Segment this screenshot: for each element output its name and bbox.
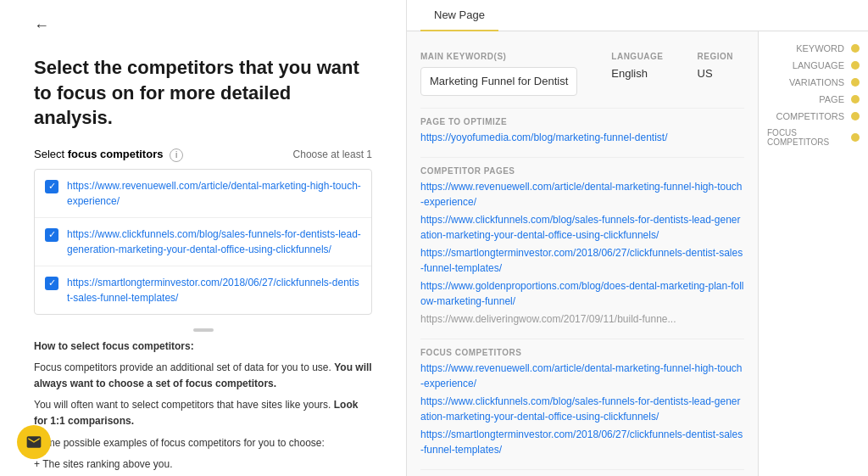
competitor-page-2[interactable]: https://www.clickfunnels.com/blog/sales-… [420,212,744,243]
divider-4 [420,469,744,470]
top-fields-row: MAIN KEYWORD(S) Marketing Funnel for Den… [420,43,744,96]
sidebar-nav: KEYWORD LANGUAGE VARIATIONS PAGE COMPETI… [758,31,868,476]
focus-competitor-2[interactable]: https://www.clickfunnels.com/blog/sales-… [420,394,744,424]
left-panel: ← Select the competitors that you want t… [0,0,407,476]
nav-dot-page [851,95,860,104]
competitor-url-3[interactable]: https://smartlongterminvestor.com/2018/0… [67,275,361,305]
language-col: LANGUAGE English [611,43,663,96]
how-to-title: How to select focus competitors: [34,339,372,355]
nav-dot-variations [851,78,860,87]
main-keywords-col: MAIN KEYWORD(S) Marketing Funnel for Den… [420,43,577,96]
scroll-indicator [193,328,214,332]
competitor-pages-label: COMPETITOR PAGES [420,166,744,176]
nav-item-keyword[interactable]: KEYWORD [767,43,860,53]
select-label: Select focus competitors i [34,148,183,162]
focus-competitors-label: FOCUS COMPETITORS [420,348,744,357]
language-label: LANGUAGE [611,52,663,61]
competitor-checkbox-3[interactable] [45,277,58,290]
nav-dot-focus-competitors [851,133,860,142]
nav-item-language[interactable]: LANGUAGE [767,60,860,70]
competitor-checkbox-1[interactable] [45,180,58,193]
competitor-item-3: https://smartlongterminvestor.com/2018/0… [35,266,371,314]
nav-item-competitors[interactable]: COMPETITORS [767,111,860,121]
competitor-page-1[interactable]: https://www.revenuewell.com/article/dent… [420,179,744,210]
divider-3 [420,339,744,339]
how-to-para2: You will often want to select competitor… [34,397,372,429]
competitor-pages-group: COMPETITOR PAGES https://www.revenuewell… [420,166,744,327]
page-to-optimize-label: PAGE TO OPTIMIZE [420,117,744,126]
nav-item-focus-competitors[interactable]: FOCUS COMPETITORS [767,128,860,147]
competitor-page-4[interactable]: https://www.goldenproportions.com/blog/d… [420,278,744,309]
competitor-checkbox-2[interactable] [45,228,58,242]
competitor-page-5[interactable]: https://www.deliveringwow.com/2017/09/11… [420,311,744,327]
region-label: REGION [698,52,733,61]
nav-dot-competitors [851,112,860,120]
tab-bar: New Page [407,0,868,31]
page-to-optimize-url[interactable]: https://yoyofumedia.com/blog/marketing-f… [420,130,744,145]
nav-dot-language [851,61,860,70]
region-value: US [698,67,733,80]
new-page-tab[interactable]: New Page [420,0,498,31]
main-keywords-value: Marketing Funnel for Dentist [420,67,577,96]
choose-hint: Choose at least 1 [293,148,372,160]
competitors-list: https://www.revenuewell.com/article/dent… [34,169,372,315]
bullet-1: + The sites ranking above you. [34,456,372,473]
back-button[interactable]: ← [34,17,49,35]
page-to-optimize-group: PAGE TO OPTIMIZE https://yoyofumedia.com… [420,117,744,145]
email-icon [25,434,42,451]
focus-competitor-3[interactable]: https://smartlongterminvestor.com/2018/0… [420,427,744,457]
main-keywords-label: MAIN KEYWORD(S) [420,52,577,61]
scroll-hint [34,328,372,332]
how-to-para3: Some possible examples of focus competit… [34,435,372,451]
focus-competitors-group: FOCUS COMPETITORS https://www.revenuewel… [420,348,744,457]
nav-item-variations[interactable]: VARIATIONS [767,77,860,87]
divider-2 [420,157,744,158]
competitor-item-2: https://www.clickfunnels.com/blog/sales-… [35,218,371,266]
right-panel: New Page MAIN KEYWORD(S) Marketing Funne… [407,0,868,476]
competitor-url-2[interactable]: https://www.clickfunnels.com/blog/sales-… [67,227,361,257]
main-content: MAIN KEYWORD(S) Marketing Funnel for Den… [407,31,758,476]
competitor-url-1[interactable]: https://www.revenuewell.com/article/dent… [67,178,361,209]
competitor-item-1: https://www.revenuewell.com/article/dent… [35,170,371,218]
nav-item-page[interactable]: PAGE [767,94,860,104]
how-to-section: How to select focus competitors: Focus c… [34,339,372,476]
competitor-page-3[interactable]: https://smartlongterminvestor.com/2018/0… [420,245,744,276]
notification-badge[interactable] [17,425,51,459]
divider-1 [420,108,744,109]
language-value: English [611,67,663,80]
how-to-para1: Focus competitors provide an additional … [34,360,372,392]
nav-dot-keyword [851,44,860,53]
info-icon[interactable]: i [170,148,183,162]
main-heading: Select the competitors that you want to … [34,55,372,131]
region-col: REGION US [698,43,733,96]
focus-competitor-1[interactable]: https://www.revenuewell.com/article/dent… [420,361,744,391]
right-content: MAIN KEYWORD(S) Marketing Funnel for Den… [407,31,868,476]
